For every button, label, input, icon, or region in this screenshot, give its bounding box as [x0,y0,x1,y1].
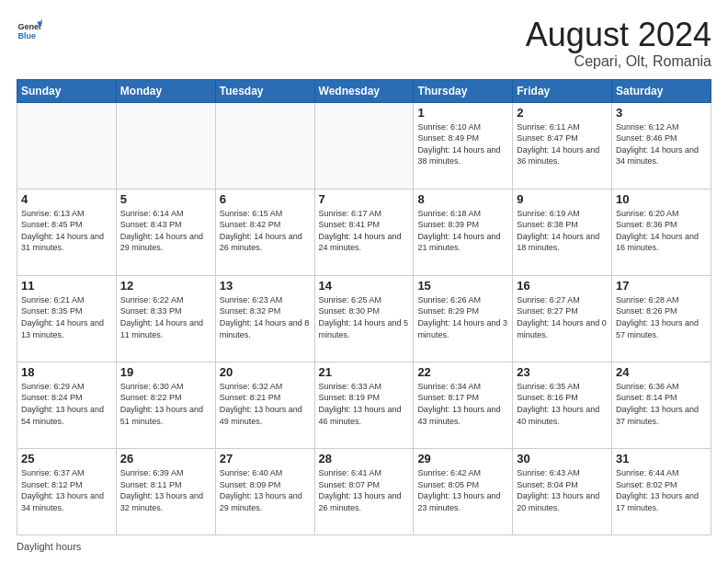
calendar-cell [116,102,215,189]
calendar-header-saturday: Saturday [612,79,711,102]
day-info: Sunrise: 6:19 AM Sunset: 8:38 PM Dayligh… [517,208,608,254]
day-number: 31 [616,452,707,465]
day-number: 7 [319,192,410,206]
calendar-week-2: 4Sunrise: 6:13 AM Sunset: 8:45 PM Daylig… [17,189,711,275]
calendar-cell: 29Sunrise: 6:42 AM Sunset: 8:05 PM Dayli… [414,448,513,534]
day-info: Sunrise: 6:27 AM Sunset: 8:27 PM Dayligh… [517,294,608,340]
calendar-cell: 27Sunrise: 6:40 AM Sunset: 8:09 PM Dayli… [215,448,314,534]
day-number: 30 [517,452,608,465]
calendar-cell: 8Sunrise: 6:18 AM Sunset: 8:39 PM Daylig… [414,189,513,275]
day-info: Sunrise: 6:14 AM Sunset: 8:43 PM Dayligh… [120,208,211,254]
day-number: 16 [517,279,608,293]
calendar-cell: 14Sunrise: 6:25 AM Sunset: 8:30 PM Dayli… [314,275,414,362]
day-info: Sunrise: 6:26 AM Sunset: 8:29 PM Dayligh… [417,294,508,340]
day-number: 9 [517,192,608,206]
day-number: 20 [220,365,311,379]
calendar-cell: 1Sunrise: 6:10 AM Sunset: 8:49 PM Daylig… [414,102,513,189]
day-info: Sunrise: 6:20 AM Sunset: 8:36 PM Dayligh… [616,208,707,254]
day-number: 21 [319,365,410,379]
day-info: Sunrise: 6:28 AM Sunset: 8:26 PM Dayligh… [616,294,707,340]
day-info: Sunrise: 6:30 AM Sunset: 8:22 PM Dayligh… [120,381,211,427]
svg-text:Blue: Blue [17,31,36,40]
day-info: Sunrise: 6:42 AM Sunset: 8:05 PM Dayligh… [417,467,508,513]
calendar-cell: 11Sunrise: 6:21 AM Sunset: 8:35 PM Dayli… [17,275,117,362]
calendar-cell: 17Sunrise: 6:28 AM Sunset: 8:26 PM Dayli… [612,275,711,362]
calendar-cell: 23Sunrise: 6:35 AM Sunset: 8:16 PM Dayli… [513,362,612,448]
day-info: Sunrise: 6:34 AM Sunset: 8:17 PM Dayligh… [417,381,508,427]
day-number: 5 [120,192,211,206]
day-info: Sunrise: 6:33 AM Sunset: 8:19 PM Dayligh… [319,381,410,427]
day-info: Sunrise: 6:29 AM Sunset: 8:24 PM Dayligh… [21,381,112,427]
day-info: Sunrise: 6:12 AM Sunset: 8:46 PM Dayligh… [616,121,707,167]
day-info: Sunrise: 6:13 AM Sunset: 8:45 PM Dayligh… [21,208,112,254]
day-info: Sunrise: 6:18 AM Sunset: 8:39 PM Dayligh… [417,208,508,254]
calendar-cell: 28Sunrise: 6:41 AM Sunset: 8:07 PM Dayli… [314,448,414,534]
day-number: 15 [417,279,508,293]
day-number: 18 [21,365,112,379]
header: General Blue August 2024 Cepari, Olt, Ro… [17,17,711,70]
day-number: 19 [120,365,211,379]
day-number: 4 [21,192,112,206]
day-info: Sunrise: 6:17 AM Sunset: 8:41 PM Dayligh… [319,208,410,254]
day-info: Sunrise: 6:39 AM Sunset: 8:11 PM Dayligh… [120,467,211,513]
calendar-cell: 19Sunrise: 6:30 AM Sunset: 8:22 PM Dayli… [116,362,215,448]
calendar-cell: 5Sunrise: 6:14 AM Sunset: 8:43 PM Daylig… [116,189,215,275]
day-info: Sunrise: 6:32 AM Sunset: 8:21 PM Dayligh… [220,381,311,427]
day-number: 17 [616,279,707,293]
day-info: Sunrise: 6:11 AM Sunset: 8:47 PM Dayligh… [517,121,608,167]
day-info: Sunrise: 6:44 AM Sunset: 8:02 PM Dayligh… [616,467,707,513]
calendar-header-row: SundayMondayTuesdayWednesdayThursdayFrid… [17,79,711,102]
calendar-cell [17,102,117,189]
calendar-cell: 22Sunrise: 6:34 AM Sunset: 8:17 PM Dayli… [414,362,513,448]
calendar-cell: 13Sunrise: 6:23 AM Sunset: 8:32 PM Dayli… [215,275,314,362]
day-number: 23 [517,365,608,379]
calendar-cell: 25Sunrise: 6:37 AM Sunset: 8:12 PM Dayli… [17,448,117,534]
calendar-cell: 24Sunrise: 6:36 AM Sunset: 8:14 PM Dayli… [612,362,711,448]
day-number: 25 [21,452,112,465]
day-number: 11 [21,279,112,293]
day-info: Sunrise: 6:10 AM Sunset: 8:49 PM Dayligh… [417,121,508,167]
calendar-cell: 18Sunrise: 6:29 AM Sunset: 8:24 PM Dayli… [17,362,117,448]
footer-note: Daylight hours [17,541,711,552]
day-info: Sunrise: 6:37 AM Sunset: 8:12 PM Dayligh… [21,467,112,513]
calendar-cell [314,102,414,189]
day-number: 22 [417,365,508,379]
calendar-header-sunday: Sunday [17,79,117,102]
main-title: August 2024 [526,17,711,53]
calendar-week-1: 1Sunrise: 6:10 AM Sunset: 8:49 PM Daylig… [17,102,711,189]
calendar-table: SundayMondayTuesdayWednesdayThursdayFrid… [17,79,711,535]
calendar-cell: 6Sunrise: 6:15 AM Sunset: 8:42 PM Daylig… [215,189,314,275]
calendar-week-4: 18Sunrise: 6:29 AM Sunset: 8:24 PM Dayli… [17,362,711,448]
day-number: 6 [220,192,311,206]
calendar-cell: 12Sunrise: 6:22 AM Sunset: 8:33 PM Dayli… [116,275,215,362]
calendar-cell: 2Sunrise: 6:11 AM Sunset: 8:47 PM Daylig… [513,102,612,189]
day-info: Sunrise: 6:25 AM Sunset: 8:30 PM Dayligh… [319,294,410,340]
day-info: Sunrise: 6:36 AM Sunset: 8:14 PM Dayligh… [616,381,707,427]
calendar-cell: 10Sunrise: 6:20 AM Sunset: 8:36 PM Dayli… [612,189,711,275]
calendar-header-monday: Monday [116,79,215,102]
calendar-cell: 31Sunrise: 6:44 AM Sunset: 8:02 PM Dayli… [612,448,711,534]
day-number: 3 [616,106,707,120]
day-number: 2 [517,106,608,120]
day-number: 28 [319,452,410,465]
calendar-header-tuesday: Tuesday [215,79,314,102]
calendar-week-5: 25Sunrise: 6:37 AM Sunset: 8:12 PM Dayli… [17,448,711,534]
calendar-header-wednesday: Wednesday [314,79,414,102]
calendar-week-3: 11Sunrise: 6:21 AM Sunset: 8:35 PM Dayli… [17,275,711,362]
subtitle: Cepari, Olt, Romania [526,53,711,70]
day-number: 29 [417,452,508,465]
day-info: Sunrise: 6:43 AM Sunset: 8:04 PM Dayligh… [517,467,608,513]
day-info: Sunrise: 6:23 AM Sunset: 8:32 PM Dayligh… [220,294,311,340]
day-number: 14 [319,279,410,293]
calendar-cell: 7Sunrise: 6:17 AM Sunset: 8:41 PM Daylig… [314,189,414,275]
day-number: 24 [616,365,707,379]
day-number: 8 [417,192,508,206]
day-number: 10 [616,192,707,206]
day-info: Sunrise: 6:41 AM Sunset: 8:07 PM Dayligh… [319,467,410,513]
day-info: Sunrise: 6:35 AM Sunset: 8:16 PM Dayligh… [517,381,608,427]
day-info: Sunrise: 6:40 AM Sunset: 8:09 PM Dayligh… [220,467,311,513]
calendar-cell: 9Sunrise: 6:19 AM Sunset: 8:38 PM Daylig… [513,189,612,275]
day-number: 1 [417,106,508,120]
logo: General Blue [17,17,42,42]
day-number: 12 [120,279,211,293]
